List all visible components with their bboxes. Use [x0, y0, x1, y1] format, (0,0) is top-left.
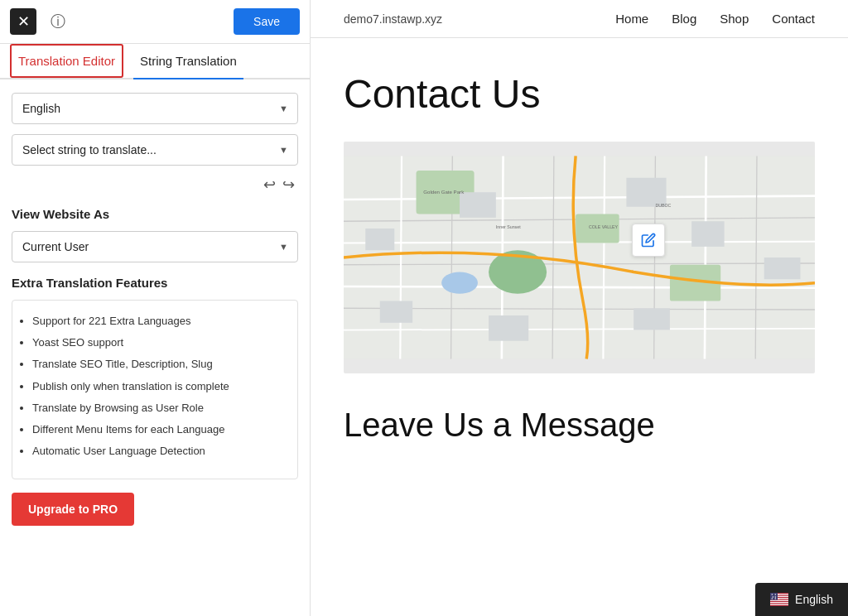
svg-text:DUBOC: DUBOC — [655, 203, 671, 208]
left-panel: ✕ ⓘ Save Translation Editor String Trans… — [0, 0, 311, 616]
tabs-container: Translation Editor String Translation — [0, 44, 310, 79]
site-url: demo7.instawp.xyz — [344, 12, 615, 26]
svg-text:★ ★ ★: ★ ★ ★ — [771, 597, 780, 600]
page-title: Contact Us — [344, 71, 815, 117]
edit-icon-button[interactable] — [632, 224, 665, 257]
view-as-select[interactable]: Current User Guest Administrator — [12, 231, 298, 262]
panel-content: English French Spanish German Italian Se… — [0, 79, 310, 539]
svg-rect-25 — [380, 301, 412, 323]
feature-item: Translate SEO Title, Description, Slug — [32, 357, 284, 372]
svg-rect-20 — [365, 229, 394, 250]
right-panel: demo7.instawp.xyz Home Blog Shop Contact… — [311, 0, 848, 616]
feature-item: Support for 221 Extra Languages — [32, 314, 284, 329]
close-button[interactable]: ✕ — [10, 8, 36, 35]
view-as-label: View Website As — [12, 207, 298, 221]
features-box: Support for 221 Extra Languages Yoast SE… — [12, 300, 298, 479]
feature-item: Different Menu Items for each Language — [32, 422, 284, 437]
map-container: Golden Gate Park COLE VALLEY Inner Sunse… — [344, 142, 815, 373]
feature-item: Yoast SEO support — [32, 335, 284, 350]
tab-translation-editor[interactable]: Translation Editor — [10, 44, 123, 78]
svg-text:Inner Sunset: Inner Sunset — [496, 224, 521, 229]
upgrade-button[interactable]: Upgrade to PRO — [12, 493, 134, 526]
language-select[interactable]: English French Spanish German Italian — [12, 93, 298, 124]
lang-badge[interactable]: ★ ★ ★ ★ ★ ★ ★ ★ English — [755, 583, 848, 616]
language-select-wrapper: English French Spanish German Italian — [12, 93, 298, 124]
view-website-as-section: View Website As — [12, 204, 298, 221]
string-select-wrapper: Select string to translate... — [12, 134, 298, 166]
svg-text:COLE VALLEY: COLE VALLEY — [589, 224, 619, 229]
view-as-select-wrapper: Current User Guest Administrator — [12, 231, 298, 262]
svg-rect-24 — [764, 257, 801, 279]
svg-point-28 — [441, 272, 478, 294]
nav-contact[interactable]: Contact — [772, 12, 815, 26]
svg-rect-39 — [770, 604, 788, 605]
svg-text:Golden Gate Park: Golden Gate Park — [423, 189, 465, 195]
svg-rect-21 — [460, 192, 496, 218]
svg-line-14 — [705, 156, 706, 359]
tab-string-translation[interactable]: String Translation — [133, 44, 243, 78]
leave-title: Leave Us a Message — [344, 407, 815, 444]
svg-rect-38 — [770, 602, 788, 603]
svg-rect-26 — [489, 315, 528, 341]
save-button[interactable]: Save — [234, 8, 300, 35]
site-header: demo7.instawp.xyz Home Blog Shop Contact — [311, 0, 848, 38]
site-content: Contact Us — [311, 38, 848, 460]
extra-features-title: Extra Translation Features — [12, 276, 298, 290]
feature-item: Publish only when translation is complet… — [32, 379, 284, 394]
redo-button[interactable]: ↪ — [282, 176, 295, 194]
svg-rect-27 — [634, 308, 670, 330]
flag-icon: ★ ★ ★ ★ ★ ★ ★ ★ — [770, 593, 788, 606]
undo-button[interactable]: ↩ — [263, 176, 276, 194]
feature-item: Automatic User Language Detection — [32, 444, 284, 459]
svg-rect-23 — [691, 221, 724, 247]
nav-home[interactable]: Home — [615, 12, 648, 26]
arrow-row: ↩ ↪ — [12, 176, 298, 194]
feature-item: Translate by Browsing as User Role — [32, 401, 284, 416]
lang-badge-label: English — [795, 593, 833, 606]
nav-shop[interactable]: Shop — [720, 12, 749, 26]
string-select[interactable]: Select string to translate... — [12, 134, 298, 166]
top-bar: ✕ ⓘ Save — [0, 0, 310, 44]
info-button[interactable]: ⓘ — [45, 8, 71, 35]
site-nav: Home Blog Shop Contact — [615, 12, 815, 26]
features-list: Support for 221 Extra Languages Yoast SE… — [29, 314, 284, 459]
nav-blog[interactable]: Blog — [672, 12, 696, 26]
